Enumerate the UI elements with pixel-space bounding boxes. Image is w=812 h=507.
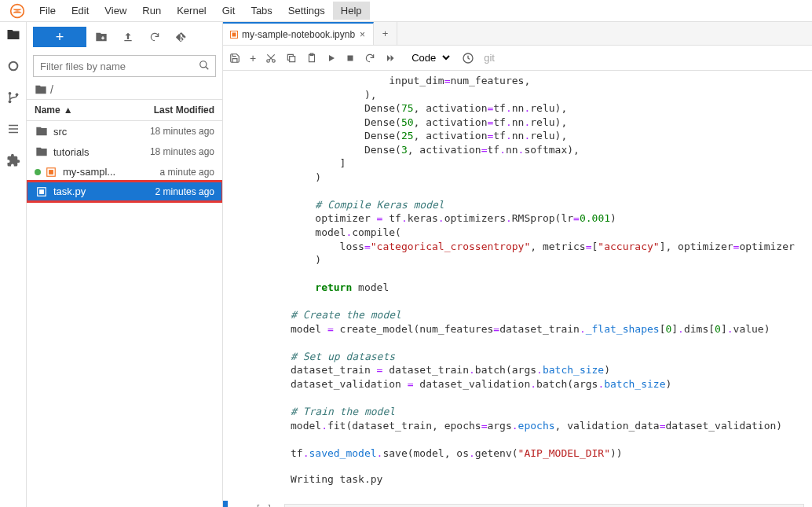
file-modified: 18 minutes ago [150, 126, 214, 137]
run-all-icon[interactable] [385, 53, 396, 63]
svg-point-2 [8, 92, 11, 95]
file-browser-toolbar: + [27, 22, 222, 52]
add-tab-button[interactable]: + [374, 22, 397, 45]
notebook-toolbar: + Code git [223, 46, 812, 71]
file-modified: 18 minutes ago [150, 146, 214, 157]
file-browser: + / Name ▲ Last Modified src18 minutes a… [27, 22, 223, 507]
menu-help[interactable]: Help [333, 2, 370, 20]
file-row[interactable]: src18 minutes ago [27, 121, 222, 141]
file-modified: a minute ago [160, 167, 214, 178]
new-folder-icon[interactable] [90, 27, 113, 47]
svg-rect-7 [49, 170, 53, 175]
output-text: Writing task.py [291, 472, 804, 487]
file-list-header: Name ▲ Last Modified [27, 99, 222, 121]
modified-column-header[interactable]: Last Modified [154, 105, 214, 116]
menu-file[interactable]: File [31, 2, 64, 20]
svg-point-5 [200, 61, 207, 68]
kernel-status-icon[interactable] [462, 52, 474, 64]
sort-icon: ▲ [64, 105, 73, 116]
circle-icon[interactable] [5, 58, 21, 74]
list-icon[interactable] [5, 121, 21, 137]
folder-icon[interactable] [5, 27, 21, 42]
svg-point-4 [15, 93, 18, 96]
file-row[interactable]: task.py2 minutes ago [27, 182, 222, 201]
close-icon[interactable]: × [358, 29, 367, 40]
file-name: task.py [53, 186, 155, 197]
menubar: FileEditViewRunKernelGitTabsSettingsHelp [0, 0, 812, 22]
stop-icon[interactable] [346, 53, 355, 63]
folder-icon [35, 125, 49, 138]
breadcrumb[interactable]: / [27, 80, 222, 99]
code-cell[interactable]: input_dim=num_features, ), Dense(75, act… [223, 71, 812, 463]
svg-point-1 [9, 62, 17, 71]
notebook-body: input_dim=num_features, ), Dense(75, act… [223, 71, 812, 507]
file-name: my-sampl... [63, 166, 160, 178]
file-name: tutorials [53, 146, 150, 158]
menu-git[interactable]: Git [214, 2, 243, 20]
breadcrumb-root: / [50, 83, 53, 96]
menu-run[interactable]: Run [134, 2, 169, 20]
copy-icon[interactable] [286, 53, 297, 64]
new-launcher-button[interactable]: + [33, 27, 86, 47]
run-icon[interactable] [327, 53, 336, 63]
git-label[interactable]: git [484, 52, 495, 64]
filter-input[interactable] [33, 55, 216, 77]
git-icon[interactable] [170, 27, 193, 47]
folder-icon [35, 145, 49, 158]
name-column-header[interactable]: Name [35, 105, 60, 116]
restart-icon[interactable] [364, 53, 375, 64]
save-icon[interactable] [229, 53, 240, 64]
svg-point-3 [8, 100, 11, 103]
empty-cell[interactable]: [ ]: [223, 501, 812, 507]
cell-prompt: [ ]: [228, 501, 284, 507]
tab-bar: my-sample-notebook.ipynb × + [223, 22, 812, 46]
file-list: src18 minutes agotutorials18 minutes ago… [27, 121, 222, 507]
file-row[interactable]: tutorials18 minutes ago [27, 141, 222, 162]
activity-bar [0, 22, 27, 507]
search-icon [199, 60, 210, 71]
notebook-icon [44, 167, 58, 178]
jupyter-logo-icon[interactable] [8, 2, 27, 20]
notebook-icon [229, 30, 239, 39]
python-icon [35, 186, 49, 197]
menu-tabs[interactable]: Tabs [243, 2, 280, 20]
cell-type-select[interactable]: Code [405, 50, 452, 66]
menu-items: FileEditViewRunKernelGitTabsSettingsHelp [31, 2, 370, 20]
code-content: input_dim=num_features, ), Dense(75, act… [291, 74, 804, 460]
menu-kernel[interactable]: Kernel [169, 2, 214, 20]
editor-area: my-sample-notebook.ipynb × + + Code git [223, 22, 812, 507]
menu-view[interactable]: View [97, 2, 134, 20]
paste-icon[interactable] [306, 53, 317, 64]
svg-rect-11 [232, 32, 236, 36]
notebook-tab[interactable]: my-sample-notebook.ipynb × [223, 22, 374, 45]
refresh-icon[interactable] [143, 27, 166, 47]
svg-rect-9 [39, 189, 44, 194]
svg-rect-17 [348, 55, 353, 61]
running-indicator-icon [35, 169, 41, 175]
extensions-icon[interactable] [5, 152, 21, 168]
svg-rect-14 [290, 56, 295, 61]
tab-label: my-sample-notebook.ipynb [242, 29, 355, 40]
file-name: src [53, 126, 150, 138]
file-row[interactable]: my-sampl...a minute ago [27, 162, 222, 182]
upload-icon[interactable] [116, 27, 140, 47]
output-cell: Writing task.py [223, 469, 812, 490]
code-input[interactable] [284, 504, 804, 507]
menu-edit[interactable]: Edit [64, 2, 97, 20]
svg-point-0 [11, 4, 24, 17]
git-branch-icon[interactable] [5, 90, 21, 105]
file-modified: 2 minutes ago [155, 186, 214, 197]
insert-cell-icon[interactable]: + [250, 52, 256, 64]
menu-settings[interactable]: Settings [280, 2, 333, 20]
cut-icon[interactable] [265, 53, 276, 64]
